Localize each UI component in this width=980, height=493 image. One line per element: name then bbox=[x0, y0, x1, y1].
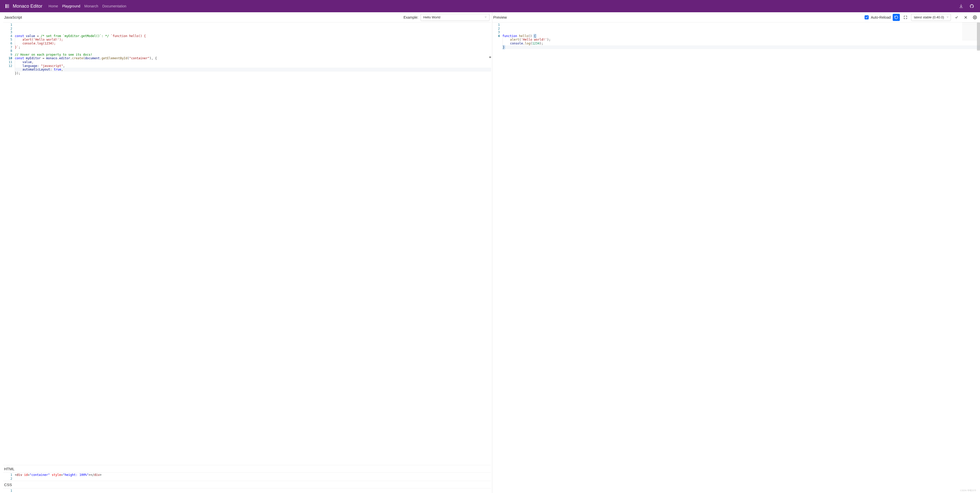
preview-editor[interactable]: 1234 function hello() { alert('Hello wor… bbox=[492, 22, 980, 493]
code-line[interactable]: language: "javascript", bbox=[15, 64, 491, 68]
html-section-header: HTML bbox=[3, 465, 491, 472]
overview-ruler-mark bbox=[489, 56, 491, 58]
code-line[interactable]: automaticLayout: true, bbox=[15, 68, 491, 72]
top-nav: Home Playground Monarch Documentation bbox=[49, 4, 126, 8]
preview-title: Preview bbox=[493, 15, 507, 19]
line-number: 1 bbox=[492, 23, 500, 27]
code-line[interactable]: // Hover on each property to see its doc… bbox=[15, 53, 491, 57]
download-icon[interactable] bbox=[958, 3, 965, 10]
code-line[interactable] bbox=[15, 75, 491, 79]
example-select-value: Hello World bbox=[423, 15, 441, 19]
line-number: 12 bbox=[3, 64, 12, 68]
code-line[interactable]: const value = /* set from `myEditor.getM… bbox=[15, 34, 491, 38]
line-number: 7 bbox=[3, 45, 12, 49]
line-number: 11 bbox=[3, 60, 12, 64]
brand-title: Monaco Editor bbox=[13, 3, 42, 9]
code-line[interactable]: console.log(1234); bbox=[15, 41, 491, 45]
auto-reload-label: Auto-Reload bbox=[871, 15, 891, 19]
version-select[interactable]: latest stable (0.40.0) bbox=[911, 14, 951, 21]
code-line[interactable]: alert('Hello world!'); bbox=[503, 38, 980, 41]
code-line[interactable]: const myEditor = monaco.editor.create(do… bbox=[15, 56, 491, 60]
line-number: 8 bbox=[3, 49, 12, 53]
close-button[interactable] bbox=[962, 14, 969, 21]
line-number: 2 bbox=[3, 27, 12, 31]
code-line[interactable]: console.log(1234); bbox=[503, 41, 980, 45]
code-line[interactable]: function hello() { bbox=[503, 34, 980, 38]
preview-scrollbar[interactable] bbox=[977, 22, 980, 493]
scrollbar-thumb[interactable] bbox=[977, 22, 980, 51]
main-area: JavaScript Example: Hello World 12345678… bbox=[0, 12, 980, 493]
line-number: 3 bbox=[492, 30, 500, 34]
js-code[interactable]: const value = /* set from `myEditor.getM… bbox=[15, 22, 491, 465]
check-button[interactable] bbox=[953, 14, 960, 21]
line-number: 1 bbox=[3, 23, 12, 27]
svg-rect-1 bbox=[7, 4, 8, 8]
html-gutter: 12 bbox=[3, 472, 15, 481]
js-editor[interactable]: 123456789101112 const value = /* set fro… bbox=[3, 22, 491, 465]
nav-playground[interactable]: Playground bbox=[62, 4, 80, 8]
line-number: 2 bbox=[492, 27, 500, 31]
code-line[interactable]: <div id="container" style="height: 100%"… bbox=[15, 473, 491, 477]
js-title: JavaScript bbox=[4, 15, 22, 19]
line-number: 3 bbox=[3, 30, 12, 34]
nav-home[interactable]: Home bbox=[49, 4, 58, 8]
svg-rect-2 bbox=[8, 4, 9, 8]
github-icon[interactable] bbox=[968, 3, 975, 10]
line-number: 6 bbox=[3, 41, 12, 45]
app-header: Monaco Editor Home Playground Monarch Do… bbox=[0, 0, 980, 12]
line-number: 5 bbox=[3, 38, 12, 41]
line-number: 4 bbox=[492, 34, 500, 38]
code-line[interactable]: } bbox=[503, 45, 980, 49]
code-line[interactable]: value, bbox=[15, 60, 491, 64]
line-number: 1 bbox=[3, 473, 12, 477]
code-line[interactable]: }); bbox=[15, 72, 491, 75]
chevron-down-icon bbox=[484, 15, 487, 19]
svg-point-3 bbox=[974, 17, 975, 18]
html-code[interactable]: <div id="container" style="height: 100%"… bbox=[15, 472, 491, 481]
right-pane: Preview Auto-Reload latest stable (0.40.… bbox=[492, 12, 980, 493]
html-editor[interactable]: 12 <div id="container" style="height: 10… bbox=[3, 472, 491, 481]
chevron-down-icon bbox=[946, 15, 949, 19]
line-number: 2 bbox=[3, 477, 12, 481]
auto-reload-checkbox[interactable] bbox=[865, 15, 869, 19]
version-select-value: latest stable (0.40.0) bbox=[914, 15, 944, 19]
css-gutter: 1 bbox=[3, 488, 15, 493]
css-editor[interactable]: 1 bbox=[3, 488, 491, 493]
js-pane-header: JavaScript Example: Hello World bbox=[3, 12, 491, 22]
code-line[interactable] bbox=[15, 489, 491, 493]
watermark: CSDN 华维大牛 bbox=[960, 489, 977, 492]
css-section-header: CSS bbox=[3, 481, 491, 488]
css-title: CSS bbox=[4, 482, 12, 487]
code-line[interactable] bbox=[15, 49, 491, 53]
nav-documentation[interactable]: Documentation bbox=[102, 4, 126, 8]
line-number: 1 bbox=[3, 489, 12, 493]
code-line[interactable] bbox=[15, 477, 491, 481]
css-code[interactable] bbox=[15, 488, 491, 493]
js-gutter: 123456789101112 bbox=[3, 22, 15, 465]
preview-code[interactable]: function hello() { alert('Hello world!')… bbox=[503, 22, 980, 493]
example-select[interactable]: Hello World bbox=[420, 14, 490, 21]
code-line[interactable]: }`; bbox=[15, 45, 491, 49]
code-line[interactable]: alert('Hello world!'); bbox=[15, 38, 491, 41]
reload-button[interactable] bbox=[892, 14, 900, 21]
fullscreen-button[interactable] bbox=[902, 14, 909, 21]
example-label: Example: bbox=[403, 15, 418, 19]
logo-icon bbox=[5, 3, 10, 9]
preview-gutter: 1234 bbox=[492, 22, 503, 493]
html-title: HTML bbox=[4, 467, 14, 471]
left-pane: JavaScript Example: Hello World 12345678… bbox=[0, 12, 492, 493]
settings-button[interactable] bbox=[971, 14, 978, 21]
nav-monarch[interactable]: Monarch bbox=[84, 4, 98, 8]
line-number: 9 bbox=[3, 53, 12, 57]
line-number: 4 bbox=[3, 34, 12, 38]
preview-pane-header: Preview Auto-Reload latest stable (0.40.… bbox=[492, 12, 980, 22]
svg-rect-0 bbox=[6, 4, 6, 8]
line-number: 10 bbox=[3, 56, 12, 60]
